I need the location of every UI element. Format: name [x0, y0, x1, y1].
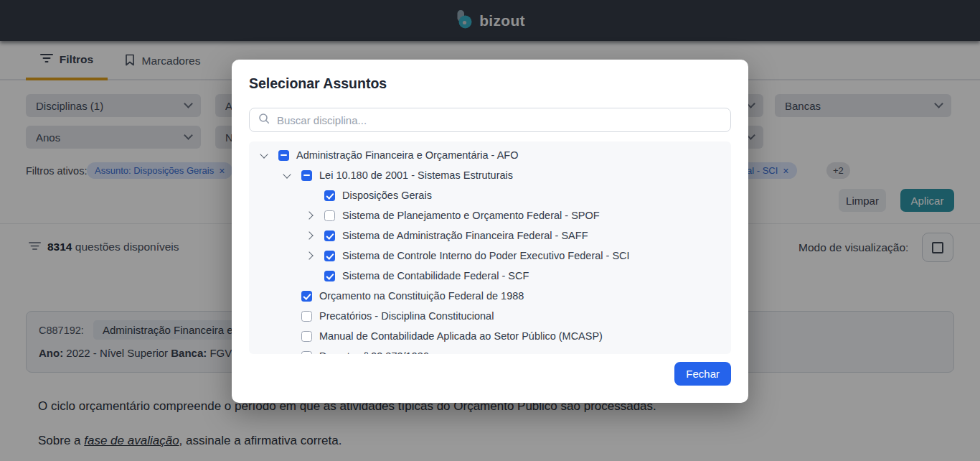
tree-item-label: Decreto nº 93.872/1986: [319, 350, 429, 354]
tree-item[interactable]: Manual de Contabilidade Aplicada ao Seto…: [249, 326, 731, 346]
checkbox-checked[interactable]: [324, 271, 335, 281]
chevron-right-icon[interactable]: [305, 230, 315, 241]
tree-item-label: Sistema de Contabilidade Federal - SCF: [342, 270, 529, 281]
chevron-placeholder: [282, 311, 292, 321]
select-subjects-modal: Selecionar Assuntos Administração Financ…: [232, 60, 748, 403]
checkbox-unchecked[interactable]: [324, 210, 335, 221]
checkbox-checked[interactable]: [324, 251, 335, 261]
chevron-placeholder: [282, 351, 292, 354]
tree-item[interactable]: Sistema de Contabilidade Federal - SCF: [249, 266, 731, 286]
search-input[interactable]: [277, 114, 722, 126]
tree-item[interactable]: Sistema de Planejamento e Orçamento Fede…: [249, 205, 731, 225]
tree-item-label: Sistema de Administração Financeira Fede…: [342, 230, 588, 241]
chevron-placeholder: [282, 331, 292, 341]
chevron-placeholder: [282, 291, 292, 301]
tree-item-label: Manual de Contabilidade Aplicada ao Seto…: [319, 330, 603, 342]
checkbox-unchecked[interactable]: [301, 311, 312, 322]
chevron-down-icon[interactable]: [259, 150, 269, 160]
chevron-placeholder: [305, 271, 315, 281]
search-icon: [258, 113, 270, 127]
tree-item-label: Sistema de Planejamento e Orçamento Fede…: [342, 210, 600, 221]
checkbox-unchecked[interactable]: [301, 351, 312, 355]
tree-item[interactable]: Decreto nº 93.872/1986: [249, 346, 731, 354]
subject-tree[interactable]: Administração Financeira e Orçamentária …: [249, 141, 731, 354]
tree-item[interactable]: Orçamento na Constituição Federal de 198…: [249, 286, 731, 306]
checkbox-indeterminate[interactable]: [278, 150, 289, 161]
chevron-right-icon[interactable]: [305, 251, 315, 261]
tree-item[interactable]: Sistema de Controle Interno do Poder Exe…: [249, 246, 731, 266]
tree-item[interactable]: Precatórios - Disciplina Constitucional: [249, 306, 731, 326]
tree-item[interactable]: Disposições Gerais: [249, 185, 731, 205]
checkbox-checked[interactable]: [301, 291, 312, 302]
tree-item-label: Orçamento na Constituição Federal de 198…: [319, 290, 524, 302]
tree-item[interactable]: Administração Financeira e Orçamentária …: [249, 145, 731, 165]
checkbox-checked[interactable]: [324, 190, 335, 201]
close-modal-button[interactable]: Fechar: [674, 362, 731, 386]
tree-item[interactable]: Lei 10.180 de 2001 - Sistemas Estruturai…: [249, 165, 731, 185]
search-box: [249, 108, 731, 132]
chevron-down-icon[interactable]: [282, 170, 292, 180]
tree-item-label: Administração Financeira e Orçamentária …: [296, 149, 518, 161]
modal-title: Selecionar Assuntos: [249, 75, 387, 92]
tree-item-label: Disposições Gerais: [342, 190, 432, 201]
checkbox-indeterminate[interactable]: [301, 170, 312, 181]
tree-item-label: Lei 10.180 de 2001 - Sistemas Estruturai…: [319, 169, 513, 181]
tree-item-label: Precatórios - Disciplina Constitucional: [319, 310, 494, 322]
tree-item[interactable]: Sistema de Administração Financeira Fede…: [249, 225, 731, 246]
checkbox-checked[interactable]: [324, 230, 335, 241]
checkbox-unchecked[interactable]: [301, 331, 312, 342]
chevron-placeholder: [305, 190, 315, 200]
chevron-right-icon[interactable]: [305, 210, 315, 220]
tree-item-label: Sistema de Controle Interno do Poder Exe…: [342, 250, 630, 261]
